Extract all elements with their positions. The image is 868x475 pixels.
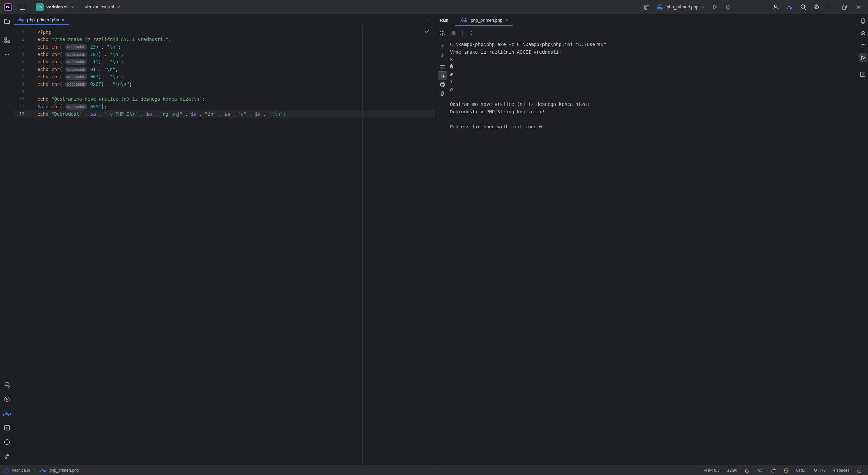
version-control-toolwindow-button[interactable] bbox=[2, 451, 13, 462]
grazie-drop-icon[interactable] bbox=[745, 468, 750, 473]
php-version-widget[interactable]: PHP: 8.3 bbox=[704, 468, 720, 473]
php-run-config-icon: php bbox=[460, 17, 468, 23]
translate-icon[interactable]: 文 A bbox=[783, 0, 796, 14]
run-tab-php-primeri[interactable]: php php_primeri.php × bbox=[455, 14, 513, 26]
editor-tab-php-primeri[interactable]: php php_primeri.php × bbox=[14, 14, 69, 25]
project-window-icon[interactable] bbox=[4, 468, 9, 473]
rerun-button[interactable] bbox=[438, 29, 446, 37]
code-text: echo "Odstranimo nove vrstice (n) iz des… bbox=[37, 95, 205, 103]
run-toolbar: ⋮ bbox=[435, 26, 858, 39]
hard-wrap-guide bbox=[362, 25, 363, 465]
window-maximize-button[interactable] bbox=[837, 0, 851, 14]
tab-options-button[interactable]: ⋮ bbox=[425, 14, 431, 25]
code-line[interactable]: 4echo chr( codepoint: 107) . "\n"; bbox=[14, 51, 435, 58]
line-number: 2 bbox=[14, 36, 24, 43]
console-line: Vrne znake iz različnih ASCII vrednosti: bbox=[450, 48, 854, 56]
code-text: <?php bbox=[37, 28, 51, 36]
main-menu-button[interactable] bbox=[18, 3, 27, 11]
notifications-bell-icon[interactable] bbox=[859, 17, 867, 25]
right-toolwindow-stripe: A bbox=[858, 14, 868, 465]
line-number: 5 bbox=[14, 58, 24, 65]
terminal-toolwindow-button[interactable] bbox=[2, 422, 13, 433]
code-line[interactable]: 7echo chr( codepoint: 067) . "\n"; bbox=[14, 73, 435, 80]
encoding-widget[interactable]: UTF-8 bbox=[814, 468, 826, 473]
code-line[interactable]: 6echo chr( codepoint: 0) . "\n"; bbox=[14, 65, 435, 73]
more-toolwindows-button[interactable] bbox=[2, 49, 13, 60]
code-with-me-icon[interactable] bbox=[769, 0, 783, 14]
code-line[interactable]: 8echo chr( codepoint: 0x67) . "\n\n"; bbox=[14, 80, 435, 88]
run-button[interactable] bbox=[711, 3, 719, 11]
scroll-to-end-icon[interactable] bbox=[438, 72, 447, 80]
breadcrumb-project[interactable]: vadnica.si bbox=[12, 468, 30, 473]
statusbar-breadcrumb: vadnica.si php php_primeri.php bbox=[0, 468, 79, 473]
more-actions-button[interactable]: ⋮ bbox=[737, 3, 745, 11]
database-toolwindow-button[interactable] bbox=[2, 380, 13, 391]
tab-close-icon[interactable]: × bbox=[62, 17, 64, 22]
dictionary-toolwindow-button[interactable]: A bbox=[859, 70, 867, 79]
project-widget[interactable]: VS vadnica.si bbox=[34, 2, 77, 12]
run-console[interactable]: C:\xampp\php\php.exe -c C:\xampp\php\php… bbox=[435, 39, 858, 465]
settings-gear-icon[interactable]: ⚙ bbox=[810, 0, 824, 14]
code-line[interactable]: 3echo chr( codepoint: 13) . "\n"; bbox=[14, 43, 435, 51]
code-line[interactable]: 9 bbox=[14, 88, 435, 95]
console-line: � bbox=[450, 63, 854, 71]
titlebar-left-group: PS VS vadnica.si Version control bbox=[0, 2, 123, 12]
ai-assistant-toolwindow-button[interactable] bbox=[859, 29, 867, 38]
inlay-hint: codepoint: bbox=[65, 52, 87, 57]
inlay-hint: codepoint: bbox=[65, 59, 87, 65]
database-toolwindow-button-right[interactable] bbox=[859, 41, 867, 50]
console-line: Process finished with exit code 0 bbox=[450, 123, 854, 130]
run-configuration-selector[interactable]: php php_primeri.php bbox=[655, 3, 706, 11]
line-number: 4 bbox=[14, 51, 24, 58]
search-everywhere-icon[interactable] bbox=[796, 0, 810, 14]
code-line[interactable]: 11$a = chr( codepoint: 0551); bbox=[14, 103, 435, 110]
run-more-options-button[interactable]: ⋮ bbox=[468, 29, 476, 37]
active-run-tab-indicator bbox=[455, 25, 513, 26]
code-editor[interactable]: 1<?php2echo "Vrne znake iz različnih ASC… bbox=[14, 25, 435, 465]
services-toolwindow-button[interactable] bbox=[2, 394, 13, 405]
indent-widget[interactable]: 4 spaces bbox=[833, 468, 849, 473]
run-toolwindow-title[interactable]: Run bbox=[435, 18, 455, 23]
google-translate-engine-icon[interactable] bbox=[784, 468, 789, 473]
code-text: echo "Vrne znake iz različnih ASCII vred… bbox=[37, 36, 171, 43]
debug-button[interactable] bbox=[724, 3, 732, 11]
tab-close-icon[interactable]: × bbox=[505, 18, 508, 23]
run-toolwindow-button[interactable] bbox=[859, 53, 867, 62]
console-line bbox=[450, 93, 854, 100]
prev-occurrence-icon[interactable] bbox=[438, 42, 447, 51]
line-separator-widget[interactable]: CRLF bbox=[796, 468, 807, 473]
code-line[interactable]: 5echo chr( codepoint: -11) . "\n"; bbox=[14, 58, 435, 65]
version-control-widget[interactable]: Version control bbox=[83, 3, 123, 11]
listen-debug-connections-icon[interactable] bbox=[642, 3, 650, 11]
window-minimize-button[interactable] bbox=[824, 0, 837, 14]
problems-toolwindow-button[interactable] bbox=[2, 437, 13, 448]
breadcrumb-file[interactable]: php_primeri.php bbox=[50, 468, 79, 473]
print-icon[interactable] bbox=[438, 80, 447, 89]
console-output[interactable]: C:\xampp\php\php.exe -c C:\xampp\php\php… bbox=[450, 41, 854, 465]
code-line[interactable]: 12echo "Dobrodošl" . $a . " v PHP Str" .… bbox=[14, 110, 435, 118]
svg-text:php: php bbox=[460, 19, 467, 23]
code-line[interactable]: 1<?php bbox=[14, 28, 435, 36]
code-text: echo chr( codepoint: 0) . "\n"; bbox=[37, 65, 118, 73]
ai-assistant-status-icon[interactable] bbox=[757, 468, 763, 473]
main-area: php php php_primeri.php × ⋮ bbox=[0, 14, 868, 465]
caret-position-widget[interactable]: 12:90 bbox=[727, 468, 737, 473]
listen-debug-connections-icon[interactable] bbox=[770, 468, 776, 473]
window-close-button[interactable] bbox=[851, 0, 865, 14]
chevron-down-icon bbox=[71, 5, 75, 9]
file-writable-lock-icon[interactable] bbox=[857, 468, 862, 473]
inspections-ok-icon[interactable] bbox=[425, 28, 430, 34]
php-console-toolwindow-button[interactable]: php bbox=[2, 408, 13, 419]
soft-wrap-icon[interactable] bbox=[438, 63, 447, 71]
stop-button[interactable] bbox=[450, 29, 458, 37]
clear-console-icon[interactable] bbox=[438, 89, 447, 97]
line-number: 11 bbox=[14, 103, 24, 110]
code-line[interactable]: 10echo "Odstranimo nove vrstice (n) iz d… bbox=[14, 95, 435, 103]
console-line bbox=[450, 115, 854, 123]
console-line: g bbox=[450, 86, 854, 93]
next-occurrence-icon[interactable] bbox=[438, 51, 447, 59]
code-line[interactable]: 2echo "Vrne znake iz različnih ASCII vre… bbox=[14, 36, 435, 43]
chevron-right-icon bbox=[33, 469, 36, 472]
project-toolwindow-button[interactable] bbox=[2, 16, 13, 27]
structure-toolwindow-button[interactable] bbox=[2, 35, 13, 45]
